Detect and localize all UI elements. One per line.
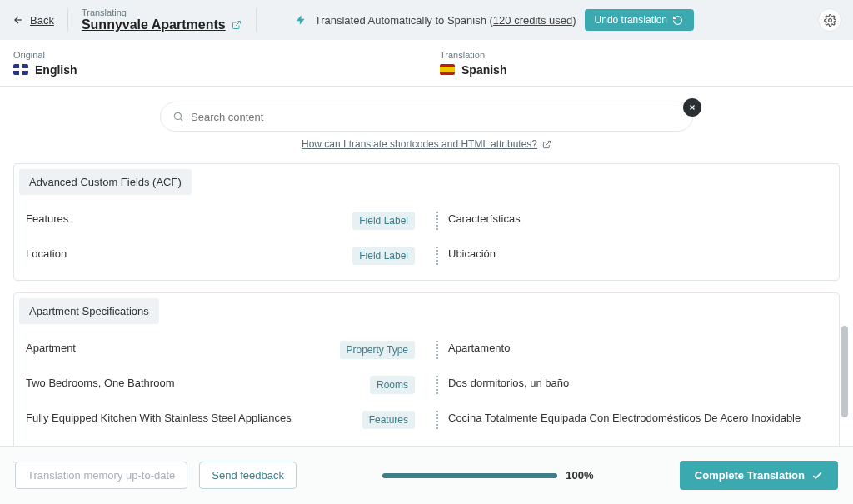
source-text: Two Bedrooms, One Bathroom	[26, 376, 362, 391]
footer-bar: Translation memory up-to-date Send feedb…	[0, 446, 853, 504]
back-link[interactable]: Back	[12, 13, 54, 27]
external-link-icon[interactable]	[231, 19, 242, 31]
progress-bar	[382, 473, 557, 478]
translation-row[interactable]: Fully Equipped Kitchen With Stainless St…	[14, 402, 839, 437]
original-language-block: Original English	[0, 40, 426, 86]
translation-label: Translation	[440, 50, 840, 60]
page-title-link[interactable]: Sunnyvale Apartments	[82, 17, 226, 32]
column-divider	[436, 341, 438, 359]
target-text[interactable]: Apartamento	[448, 341, 827, 356]
translating-label: Translating	[82, 7, 242, 17]
main-content: Advanced Custom Fields (ACF) Features Fi…	[0, 153, 853, 446]
undo-icon	[672, 14, 684, 26]
group-title: Apartment Specifications	[19, 298, 159, 324]
svg-point-0	[828, 18, 831, 22]
send-feedback-label: Send feedback	[212, 469, 284, 482]
source-text: Fully Equipped Kitchen With Stainless St…	[26, 411, 354, 426]
translation-memory-button: Translation memory up-to-date	[15, 462, 187, 489]
progress-label: 100%	[566, 469, 593, 482]
translation-language-block: Translation Spanish	[426, 40, 853, 86]
translation-row[interactable]: Located in a vibrant neighborhood, this …	[14, 437, 839, 446]
field-group: Apartment Specifications Apartment Prope…	[13, 292, 840, 446]
translation-row[interactable]: Location Field Label Ubicación	[14, 238, 839, 273]
divider	[256, 8, 257, 32]
flag-es-icon	[440, 64, 455, 75]
back-label: Back	[30, 14, 54, 27]
group-title: Advanced Custom Fields (ACF)	[19, 169, 192, 195]
settings-button[interactable]	[818, 8, 841, 32]
external-link-icon	[542, 140, 551, 149]
column-divider	[436, 376, 438, 394]
auto-translate-text: Translated Automatically to Spanish (120…	[315, 14, 576, 27]
auto-text-suffix: )	[572, 14, 576, 27]
search-field[interactable]	[160, 102, 693, 132]
complete-translation-label: Complete Translation	[695, 469, 805, 482]
source-text: Apartment	[26, 341, 332, 356]
title-block: Translating Sunnyvale Apartments	[82, 7, 242, 32]
column-divider	[436, 411, 438, 429]
translation-row[interactable]: Apartment Property Type Apartamento	[14, 332, 839, 367]
translation-memory-label: Translation memory up-to-date	[27, 469, 175, 482]
gear-icon	[824, 14, 836, 27]
field-tag: Features	[362, 411, 415, 429]
progress-wrap: 100%	[308, 469, 668, 482]
field-tag: Field Label	[352, 212, 415, 230]
top-bar: Back Translating Sunnyvale Apartments Tr…	[0, 0, 853, 40]
help-link[interactable]: How can I translate shortcodes and HTML …	[302, 138, 551, 150]
field-group: Advanced Custom Fields (ACF) Features Fi…	[13, 163, 840, 281]
flag-uk-icon	[13, 64, 28, 75]
translation-language-name: Spanish	[461, 63, 506, 77]
bolt-icon	[295, 14, 307, 26]
send-feedback-button[interactable]: Send feedback	[199, 462, 297, 489]
credits-used-link[interactable]: 120 credits used	[493, 14, 572, 27]
original-language-name: English	[35, 63, 77, 77]
search-icon	[172, 111, 184, 122]
auto-translate-block: Translated Automatically to Spanish (120…	[295, 9, 694, 31]
close-button[interactable]	[683, 98, 701, 117]
undo-translation-button[interactable]: Undo translation	[585, 9, 694, 31]
search-input[interactable]	[191, 111, 681, 123]
arrow-left-icon	[12, 13, 25, 27]
field-tag: Field Label	[352, 247, 415, 265]
column-divider	[436, 212, 438, 230]
check-icon	[811, 470, 823, 482]
svg-point-1	[174, 112, 181, 119]
original-label: Original	[13, 50, 413, 60]
target-text[interactable]: Ubicación	[448, 247, 827, 262]
translation-row[interactable]: Features Field Label Características	[14, 203, 839, 238]
search-area: How can I translate shortcodes and HTML …	[0, 87, 853, 153]
target-text[interactable]: Características	[448, 212, 827, 227]
target-text[interactable]: Cocina Totalmente Equipada Con Electrodo…	[448, 411, 827, 426]
column-divider	[436, 247, 438, 265]
auto-text-prefix: Translated Automatically to Spanish (	[315, 14, 493, 27]
complete-translation-button[interactable]: Complete Translation	[680, 461, 838, 490]
scrollbar-thumb[interactable]	[841, 326, 848, 417]
source-text: Location	[26, 247, 344, 262]
target-text[interactable]: Dos dormitorios, un baño	[448, 376, 827, 391]
field-tag: Property Type	[340, 341, 415, 359]
field-tag: Rooms	[370, 376, 415, 394]
progress-fill	[382, 473, 557, 478]
undo-label: Undo translation	[595, 14, 667, 26]
divider	[67, 8, 68, 32]
language-row: Original English Translation Spanish	[0, 40, 853, 87]
source-text: Features	[26, 212, 344, 227]
scrollbar[interactable]	[840, 168, 848, 431]
close-icon	[688, 103, 696, 112]
help-text: How can I translate shortcodes and HTML …	[302, 138, 537, 150]
translation-row[interactable]: Two Bedrooms, One Bathroom Rooms Dos dor…	[14, 367, 839, 402]
